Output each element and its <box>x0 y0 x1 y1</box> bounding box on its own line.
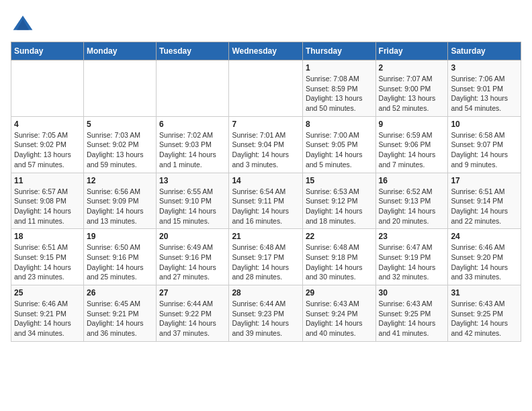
day-info: Sunrise: 6:57 AMSunset: 9:08 PMDaylight:… <box>14 187 81 226</box>
day-number: 31 <box>451 288 518 298</box>
calendar-cell: 20Sunrise: 6:49 AMSunset: 9:16 PMDayligh… <box>157 229 229 285</box>
calendar-week-5: 25Sunrise: 6:46 AMSunset: 9:21 PMDayligh… <box>11 285 521 342</box>
day-info: Sunrise: 6:49 AMSunset: 9:16 PMDaylight:… <box>159 242 226 282</box>
day-info: Sunrise: 7:00 AMSunset: 9:05 PMDaylight:… <box>306 130 373 170</box>
day-number: 12 <box>87 176 153 185</box>
day-number: 23 <box>379 232 445 241</box>
header-cell-friday: Friday <box>375 42 448 60</box>
day-info: Sunrise: 6:59 AMSunset: 9:06 PMDaylight:… <box>379 130 445 170</box>
day-info: Sunrise: 6:52 AMSunset: 9:13 PMDaylight:… <box>379 187 445 226</box>
calendar-cell: 28Sunrise: 6:44 AMSunset: 9:23 PMDayligh… <box>229 285 303 342</box>
calendar-cell <box>157 60 229 117</box>
day-info: Sunrise: 6:51 AMSunset: 9:15 PMDaylight:… <box>14 242 81 282</box>
calendar-body: 1Sunrise: 7:08 AMSunset: 8:59 PMDaylight… <box>11 60 521 342</box>
calendar-cell: 16Sunrise: 6:52 AMSunset: 9:13 PMDayligh… <box>375 173 448 229</box>
day-info: Sunrise: 6:48 AMSunset: 9:18 PMDaylight:… <box>306 242 373 282</box>
calendar-cell: 4Sunrise: 7:05 AMSunset: 9:02 PMDaylight… <box>11 116 84 173</box>
calendar-cell: 17Sunrise: 6:51 AMSunset: 9:14 PMDayligh… <box>448 173 521 229</box>
day-number: 9 <box>379 120 445 129</box>
day-info: Sunrise: 6:47 AMSunset: 9:19 PMDaylight:… <box>379 242 445 282</box>
day-number: 18 <box>14 232 81 241</box>
calendar-cell: 7Sunrise: 7:01 AMSunset: 9:04 PMDaylight… <box>229 116 303 173</box>
day-number: 1 <box>306 63 373 73</box>
day-info: Sunrise: 7:01 AMSunset: 9:04 PMDaylight:… <box>232 130 300 170</box>
day-number: 17 <box>451 176 518 185</box>
calendar-cell: 29Sunrise: 6:43 AMSunset: 9:24 PMDayligh… <box>302 285 375 342</box>
calendar-table: SundayMondayTuesdayWednesdayThursdayFrid… <box>11 42 521 342</box>
day-info: Sunrise: 6:45 AMSunset: 9:21 PMDaylight:… <box>87 299 153 338</box>
header-cell-wednesday: Wednesday <box>229 42 303 60</box>
calendar-cell: 6Sunrise: 7:02 AMSunset: 9:03 PMDaylight… <box>157 116 229 173</box>
day-number: 8 <box>306 120 373 129</box>
day-number: 7 <box>232 120 300 129</box>
calendar-cell: 12Sunrise: 6:56 AMSunset: 9:09 PMDayligh… <box>83 173 156 229</box>
header-cell-thursday: Thursday <box>302 42 375 60</box>
day-number: 28 <box>232 288 300 298</box>
day-info: Sunrise: 6:58 AMSunset: 9:07 PMDaylight:… <box>451 130 518 170</box>
calendar-week-1: 1Sunrise: 7:08 AMSunset: 8:59 PMDaylight… <box>11 60 521 117</box>
calendar-cell: 8Sunrise: 7:00 AMSunset: 9:05 PMDaylight… <box>302 116 375 173</box>
day-number: 5 <box>87 120 153 129</box>
day-info: Sunrise: 7:03 AMSunset: 9:02 PMDaylight:… <box>87 130 153 170</box>
day-info: Sunrise: 6:48 AMSunset: 9:17 PMDaylight:… <box>232 242 300 282</box>
day-number: 16 <box>379 176 445 185</box>
day-info: Sunrise: 7:06 AMSunset: 9:01 PMDaylight:… <box>451 74 518 113</box>
header-row: SundayMondayTuesdayWednesdayThursdayFrid… <box>11 42 521 60</box>
header <box>11 11 521 35</box>
header-cell-saturday: Saturday <box>448 42 521 60</box>
day-info: Sunrise: 6:43 AMSunset: 9:25 PMDaylight:… <box>379 299 445 338</box>
calendar-cell: 10Sunrise: 6:58 AMSunset: 9:07 PMDayligh… <box>448 116 521 173</box>
day-number: 21 <box>232 232 300 241</box>
calendar-header: SundayMondayTuesdayWednesdayThursdayFrid… <box>11 42 521 60</box>
day-info: Sunrise: 6:46 AMSunset: 9:21 PMDaylight:… <box>14 299 81 338</box>
calendar-cell: 1Sunrise: 7:08 AMSunset: 8:59 PMDaylight… <box>302 60 375 117</box>
day-info: Sunrise: 6:54 AMSunset: 9:11 PMDaylight:… <box>232 187 300 226</box>
day-number: 29 <box>306 288 373 298</box>
calendar-cell: 26Sunrise: 6:45 AMSunset: 9:21 PMDayligh… <box>83 285 156 342</box>
day-info: Sunrise: 6:46 AMSunset: 9:20 PMDaylight:… <box>451 242 518 282</box>
calendar-cell: 18Sunrise: 6:51 AMSunset: 9:15 PMDayligh… <box>11 229 84 285</box>
day-info: Sunrise: 6:50 AMSunset: 9:16 PMDaylight:… <box>87 242 153 282</box>
day-number: 15 <box>306 176 373 185</box>
day-info: Sunrise: 7:05 AMSunset: 9:02 PMDaylight:… <box>14 130 81 170</box>
day-number: 11 <box>14 176 81 185</box>
calendar-cell: 2Sunrise: 7:07 AMSunset: 9:00 PMDaylight… <box>375 60 448 117</box>
day-info: Sunrise: 6:43 AMSunset: 9:24 PMDaylight:… <box>306 299 373 338</box>
calendar-cell: 9Sunrise: 6:59 AMSunset: 9:06 PMDaylight… <box>375 116 448 173</box>
calendar-cell: 13Sunrise: 6:55 AMSunset: 9:10 PMDayligh… <box>157 173 229 229</box>
day-info: Sunrise: 7:08 AMSunset: 8:59 PMDaylight:… <box>306 74 373 113</box>
day-info: Sunrise: 6:53 AMSunset: 9:12 PMDaylight:… <box>306 187 373 226</box>
calendar-cell: 14Sunrise: 6:54 AMSunset: 9:11 PMDayligh… <box>229 173 303 229</box>
day-number: 6 <box>159 120 226 129</box>
day-number: 27 <box>159 288 226 298</box>
calendar-cell <box>229 60 303 117</box>
calendar-cell: 31Sunrise: 6:43 AMSunset: 9:25 PMDayligh… <box>448 285 521 342</box>
day-number: 10 <box>451 120 518 129</box>
calendar-cell: 27Sunrise: 6:44 AMSunset: 9:22 PMDayligh… <box>157 285 229 342</box>
day-number: 14 <box>232 176 300 185</box>
calendar-cell: 15Sunrise: 6:53 AMSunset: 9:12 PMDayligh… <box>302 173 375 229</box>
day-number: 19 <box>87 232 153 241</box>
day-info: Sunrise: 6:44 AMSunset: 9:22 PMDaylight:… <box>159 299 226 338</box>
logo <box>11 11 38 35</box>
calendar-cell: 24Sunrise: 6:46 AMSunset: 9:20 PMDayligh… <box>448 229 521 285</box>
day-number: 3 <box>451 63 518 73</box>
day-number: 26 <box>87 288 153 298</box>
calendar-cell <box>11 60 84 117</box>
header-cell-monday: Monday <box>83 42 156 60</box>
calendar-week-2: 4Sunrise: 7:05 AMSunset: 9:02 PMDaylight… <box>11 116 521 173</box>
day-number: 24 <box>451 232 518 241</box>
day-info: Sunrise: 7:02 AMSunset: 9:03 PMDaylight:… <box>159 130 226 170</box>
day-number: 30 <box>379 288 445 298</box>
day-info: Sunrise: 6:43 AMSunset: 9:25 PMDaylight:… <box>451 299 518 338</box>
calendar-cell: 3Sunrise: 7:06 AMSunset: 9:01 PMDaylight… <box>448 60 521 117</box>
day-info: Sunrise: 6:56 AMSunset: 9:09 PMDaylight:… <box>87 187 153 226</box>
day-info: Sunrise: 6:44 AMSunset: 9:23 PMDaylight:… <box>232 299 300 338</box>
calendar-cell: 5Sunrise: 7:03 AMSunset: 9:02 PMDaylight… <box>83 116 156 173</box>
calendar-week-3: 11Sunrise: 6:57 AMSunset: 9:08 PMDayligh… <box>11 173 521 229</box>
header-cell-tuesday: Tuesday <box>157 42 229 60</box>
calendar-cell: 19Sunrise: 6:50 AMSunset: 9:16 PMDayligh… <box>83 229 156 285</box>
calendar-cell <box>83 60 156 117</box>
calendar-week-4: 18Sunrise: 6:51 AMSunset: 9:15 PMDayligh… <box>11 229 521 285</box>
day-number: 25 <box>14 288 81 298</box>
